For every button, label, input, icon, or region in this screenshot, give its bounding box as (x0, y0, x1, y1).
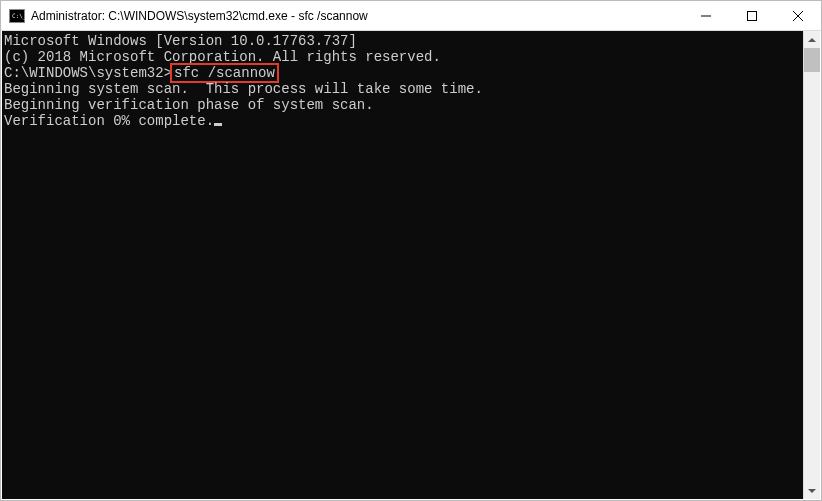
svg-marker-4 (808, 38, 816, 42)
output-text: Verification 0% complete. (4, 113, 214, 129)
svg-rect-1 (748, 11, 757, 20)
output-line: Beginning system scan. This process will… (4, 81, 803, 97)
minimize-button[interactable] (683, 1, 729, 30)
scroll-thumb[interactable] (804, 48, 820, 72)
prompt-line: C:\WINDOWS\system32>sfc /scannow (4, 65, 803, 81)
chevron-down-icon (808, 489, 816, 493)
scroll-down-button[interactable] (804, 482, 820, 499)
window-controls (683, 1, 821, 30)
maximize-icon (747, 11, 757, 21)
chevron-up-icon (808, 38, 816, 42)
scroll-up-button[interactable] (804, 31, 820, 48)
vertical-scrollbar[interactable] (803, 31, 820, 499)
window-title: Administrator: C:\WINDOWS\system32\cmd.e… (31, 9, 683, 23)
cmd-icon (9, 9, 25, 23)
output-line: Verification 0% complete. (4, 113, 803, 129)
output-line: Beginning verification phase of system s… (4, 97, 803, 113)
console-container: Microsoft Windows [Version 10.0.17763.73… (2, 31, 820, 499)
close-button[interactable] (775, 1, 821, 30)
console-output[interactable]: Microsoft Windows [Version 10.0.17763.73… (2, 31, 803, 499)
svg-marker-5 (808, 489, 816, 493)
prompt-text: C:\WINDOWS\system32> (4, 65, 172, 81)
close-icon (793, 11, 803, 21)
maximize-button[interactable] (729, 1, 775, 30)
output-line: (c) 2018 Microsoft Corporation. All righ… (4, 49, 803, 65)
output-line: Microsoft Windows [Version 10.0.17763.73… (4, 33, 803, 49)
text-cursor (214, 123, 222, 126)
window-titlebar[interactable]: Administrator: C:\WINDOWS\system32\cmd.e… (1, 1, 821, 31)
command-highlight: sfc /scannow (170, 63, 279, 83)
minimize-icon (701, 11, 711, 21)
